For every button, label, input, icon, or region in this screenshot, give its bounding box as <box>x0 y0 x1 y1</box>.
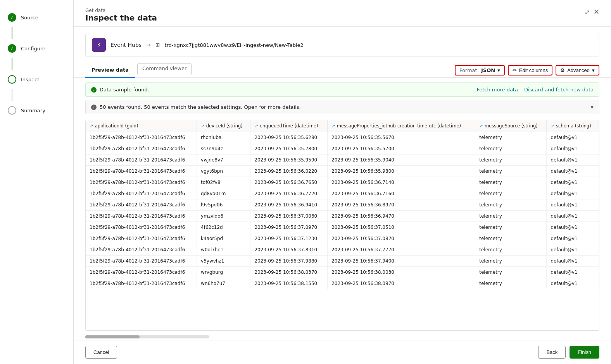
toolbar-actions: Format: JSON ▾ ✏ Edit columns ⚙ Advanced… <box>455 65 599 76</box>
info-text: 50 events found, 50 events match the sel… <box>100 104 301 110</box>
col-icon-enqueuedTime: ↗ <box>254 123 258 129</box>
table-row: 1b2f5f29-a78b-4012-bf31-2016473cadf6vwjn… <box>86 155 599 166</box>
step-circle-source: ✓ <box>8 13 16 22</box>
table-row: 1b2f5f29-a78b-4012-bf31-2016473cadf6l9v5… <box>86 199 599 211</box>
banner-left: ✓ Data sample found. <box>91 87 149 93</box>
edit-icon: ✏ <box>513 67 517 73</box>
col-header-schema: ↗schema (string) <box>547 120 599 132</box>
sidebar-label-inspect: Inspect <box>21 77 39 82</box>
success-icon: ✓ <box>91 87 97 93</box>
footer-right: Back Finish <box>538 346 599 359</box>
chevron-down-icon-advanced: ▾ <box>592 67 595 73</box>
col-header-enqueuedTime: ↗enqueuedTime (datetime) <box>250 120 328 132</box>
success-banner: ✓ Data sample found. Fetch more data Dis… <box>85 82 599 97</box>
sidebar: ✓ Source ✓ Configure Inspect Summary <box>0 0 74 364</box>
col-icon-schema: ↗ <box>551 123 554 129</box>
source-name: Event Hubs <box>110 42 142 48</box>
dialog-title: Inspect the data <box>85 13 157 22</box>
connector-configure-inspect <box>12 58 12 70</box>
back-button[interactable]: Back <box>538 346 566 359</box>
tabs: Preview data Command viewer <box>85 63 192 77</box>
resize-icon[interactable]: ⤢ <box>585 9 590 16</box>
status-section: ✓ Data sample found. Fetch more data Dis… <box>74 78 611 117</box>
main-panel: Get data Inspect the data ⤢ ✕ ⚡ Event Hu… <box>74 0 611 364</box>
table-icon: ⊞ <box>155 42 160 48</box>
table-row: 1b2f5f29-a78b-4012-bf31-2016473cadf6vgyt… <box>86 166 599 177</box>
dialog-supertitle: Get data <box>85 8 157 13</box>
chevron-down-icon: ▾ <box>497 67 500 73</box>
table-row: 1b2f5f29-a78b-4012-bf31-2016473cadf6qd8v… <box>86 188 599 199</box>
tabs-toolbar: Preview data Command viewer Format: JSON… <box>74 63 611 78</box>
info-icon: i <box>91 105 97 110</box>
table-row: 1b2f5f29-a78b-4012-bf31-2016473cadf6ss7n… <box>86 143 599 155</box>
table-row: 1b2f5f29-a78b-4012-bf31-2016473cadf6ymzv… <box>86 211 599 222</box>
col-header-messagePropertiesTime: ↗messageProperties_iothub-creation-time-… <box>328 120 475 132</box>
format-label: Format: <box>459 67 479 73</box>
info-banner: i 50 events found, 50 events match the s… <box>85 100 599 114</box>
format-value: JSON <box>481 67 495 73</box>
step-circle-inspect <box>8 75 16 84</box>
gear-icon: ⚙ <box>560 67 565 73</box>
table-body: 1b2f5f29-a78b-4012-bf31-2016473cadf6rhon… <box>86 132 599 289</box>
connector-inspect-summary <box>12 89 12 101</box>
col-icon-deviceId: ↗ <box>201 123 205 129</box>
table-row: 1b2f5f29-a78b-4012-bf31-2016473cadf6k4ao… <box>86 233 599 244</box>
table-row: 1b2f5f29-a78b-4012-bf31-2016473cadf6v5yw… <box>86 256 599 267</box>
fetch-more-link[interactable]: Fetch more data <box>476 87 518 93</box>
table-header-row: ↗applicationId (guid) ↗deviceId (string)… <box>86 120 599 132</box>
sidebar-item-configure[interactable]: ✓ Configure <box>0 39 73 58</box>
source-icon: ⚡ <box>92 38 106 52</box>
table-row: 1b2f5f29-a78b-4012-bf31-2016473cadf6wrvg… <box>86 267 599 278</box>
cancel-button[interactable]: Cancel <box>85 346 117 359</box>
tab-command-viewer[interactable]: Command viewer <box>137 63 192 75</box>
step-circle-summary <box>8 106 16 115</box>
sidebar-item-inspect[interactable]: Inspect <box>0 70 73 89</box>
sidebar-item-source[interactable]: ✓ Source <box>0 8 73 27</box>
success-text: Data sample found. <box>100 87 149 93</box>
horizontal-scrollbar[interactable] <box>74 334 611 340</box>
data-table-container: ↗applicationId (guid) ↗deviceId (string)… <box>85 120 599 331</box>
table-row: 1b2f5f29-a78b-4012-bf31-2016473cadf6w0ol… <box>86 244 599 256</box>
col-icon-messageSource: ↗ <box>479 123 483 129</box>
table-row: 1b2f5f29-a78b-4012-bf31-2016473cadf64f62… <box>86 222 599 233</box>
col-header-deviceId: ↗deviceId (string) <box>197 120 250 132</box>
arrow-icon: → <box>146 42 151 48</box>
sidebar-label-configure: Configure <box>21 46 45 52</box>
dialog-title-group: Get data Inspect the data <box>85 8 157 22</box>
table-row: 1b2f5f29-a78b-4012-bf31-2016473cadf6wn6h… <box>86 278 599 289</box>
connector-source-configure <box>12 27 12 39</box>
sidebar-label-source: Source <box>21 15 38 21</box>
source-path: trd-xgnxc7jjgt881wwv8w.z9/EH-ingest-new/… <box>165 42 304 48</box>
info-chevron-icon[interactable]: ▼ <box>590 105 594 109</box>
scrollbar-track <box>85 335 209 338</box>
banner-links: Fetch more data Discard and fetch new da… <box>476 87 594 93</box>
table-row: 1b2f5f29-a78b-4012-bf31-2016473cadf6rhon… <box>86 132 599 143</box>
discard-fetch-link[interactable]: Discard and fetch new data <box>524 87 594 93</box>
close-button[interactable]: ✕ <box>594 8 599 16</box>
source-path-bar: ⚡ Event Hubs → ⊞ trd-xgnxc7jjgt881wwv8w.… <box>85 33 599 57</box>
col-header-applicationId: ↗applicationId (guid) <box>86 120 197 132</box>
table-row: 1b2f5f29-a78b-4012-bf31-2016473cadf6tof0… <box>86 177 599 188</box>
format-dropdown[interactable]: Format: JSON ▾ <box>455 65 505 76</box>
info-banner-left: i 50 events found, 50 events match the s… <box>91 104 301 110</box>
edit-columns-button[interactable]: ✏ Edit columns <box>508 65 552 76</box>
data-table: ↗applicationId (guid) ↗deviceId (string)… <box>86 120 599 289</box>
col-icon-applicationId: ↗ <box>90 123 93 129</box>
sidebar-item-summary[interactable]: Summary <box>0 101 73 120</box>
advanced-button[interactable]: ⚙ Advanced ▾ <box>556 65 599 76</box>
scrollbar-thumb[interactable] <box>85 335 140 338</box>
col-header-messageSource: ↗messageSource (string) <box>475 120 547 132</box>
finish-button[interactable]: Finish <box>570 346 599 359</box>
footer: Cancel Back Finish <box>74 340 611 364</box>
col-icon-messagePropertiesTime: ↗ <box>331 123 335 129</box>
sidebar-label-summary: Summary <box>21 108 45 113</box>
dialog-header: Get data Inspect the data ⤢ ✕ <box>74 0 611 27</box>
tab-preview-data[interactable]: Preview data <box>85 63 135 78</box>
step-circle-configure: ✓ <box>8 44 16 53</box>
